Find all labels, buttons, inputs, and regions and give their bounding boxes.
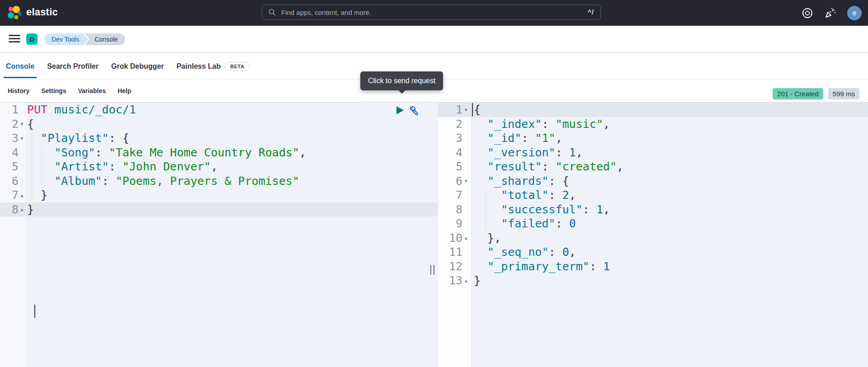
code-line[interactable]: } xyxy=(27,188,434,202)
fold-toggle-icon[interactable]: ▾ xyxy=(462,107,470,113)
gutter-line: 8▴ xyxy=(0,202,26,217)
gutter-line: 12 xyxy=(438,259,472,274)
response-time-badge: 599 ms xyxy=(828,88,859,99)
code-line[interactable]: { xyxy=(27,117,434,132)
request-editor[interactable]: 12▾3▾4567▴8▴ PUT music/_doc/1{ "Playlist… xyxy=(0,103,438,367)
search-shortcut-hint: ^/ xyxy=(588,9,594,16)
response-code[interactable]: { "_index": "music", "_id": "1", "_versi… xyxy=(474,103,868,288)
gutter-line: 4 xyxy=(438,146,472,160)
beta-badge: BETA xyxy=(225,62,250,71)
tab-search-profiler[interactable]: Search Profiler xyxy=(45,53,101,79)
news-party-popper-icon[interactable] xyxy=(824,7,836,19)
code-line[interactable]: } xyxy=(474,273,868,288)
gutter-line: 1▾ xyxy=(438,103,472,117)
code-line[interactable]: "Song": "Take Me Home Country Roads", xyxy=(27,146,434,160)
gutter-line: 5 xyxy=(438,160,472,174)
status-code-badge: 201 - Created xyxy=(773,88,823,99)
breadcrumb-console[interactable]: Console xyxy=(85,33,125,45)
response-status: 201 - Created 599 ms xyxy=(773,88,859,99)
code-line[interactable]: "Album": "Poems, Prayers & Promises" xyxy=(27,174,434,188)
menu-settings[interactable]: Settings xyxy=(41,87,66,94)
brand-name[interactable]: elastic xyxy=(26,6,58,18)
code-line[interactable]: }, xyxy=(474,231,868,245)
gutter-line: 11 xyxy=(438,245,472,259)
gutter-line: 7 xyxy=(438,188,472,202)
code-line[interactable]: "_primary_term": 1 xyxy=(474,259,868,274)
send-request-play-icon[interactable] xyxy=(396,105,405,115)
code-line[interactable]: "total": 2, xyxy=(474,188,868,202)
code-line[interactable]: } xyxy=(27,202,434,217)
gutter-line: 2▾ xyxy=(0,117,26,132)
global-search[interactable]: ^/ xyxy=(262,5,601,20)
code-line[interactable]: PUT music/_doc/1 xyxy=(27,103,434,117)
request-cursor xyxy=(34,305,35,318)
request-options-wrench-icon[interactable] xyxy=(409,105,419,115)
code-line[interactable]: "Playlist": { xyxy=(27,131,434,146)
breadcrumb-dev-tools[interactable]: Dev Tools xyxy=(44,33,88,45)
code-line[interactable]: "_index": "music", xyxy=(474,117,868,132)
fold-toggle-icon[interactable]: ▾ xyxy=(19,135,25,141)
breadcrumb: Dev Tools Console xyxy=(44,33,125,45)
code-line[interactable]: "_seq_no": 0, xyxy=(474,245,868,259)
gutter-line: 4 xyxy=(0,146,26,160)
fold-toggle-icon[interactable]: ▴ xyxy=(462,235,470,241)
console-editor-area: 12▾3▾4567▴8▴ PUT music/_doc/1{ "Playlist… xyxy=(0,102,868,367)
response-cursor xyxy=(472,103,473,116)
gutter-line: 7▴ xyxy=(0,188,26,202)
gutter-line: 8 xyxy=(438,202,472,217)
global-header: elastic ^/ e xyxy=(0,0,868,26)
search-icon xyxy=(269,9,276,16)
gutter-line: 6▾ xyxy=(438,174,472,188)
code-line[interactable]: "failed": 0 xyxy=(474,216,868,231)
gutter-line: 9 xyxy=(438,216,472,231)
fold-toggle-icon[interactable]: ▴ xyxy=(19,192,25,198)
code-line[interactable]: "_id": "1", xyxy=(474,131,868,146)
pane-resize-handle[interactable] xyxy=(430,265,434,275)
gutter-line: 3▾ xyxy=(0,131,26,146)
menu-icon[interactable] xyxy=(9,35,20,43)
gutter-line: 13▴ xyxy=(438,273,472,288)
fold-toggle-icon[interactable]: ▾ xyxy=(19,121,25,127)
user-avatar[interactable]: e xyxy=(847,6,862,20)
code-line[interactable]: "result": "created", xyxy=(474,160,868,174)
send-request-tooltip: Click to send request xyxy=(360,71,443,90)
fold-toggle-icon[interactable]: ▴ xyxy=(462,278,470,284)
space-badge[interactable]: D xyxy=(26,33,38,45)
code-line[interactable]: "_version": 1, xyxy=(474,146,868,160)
fold-toggle-icon[interactable]: ▾ xyxy=(462,178,470,184)
help-icon[interactable] xyxy=(802,7,813,19)
gutter-line: 3 xyxy=(438,131,472,146)
code-line[interactable]: { xyxy=(474,103,868,117)
menu-help[interactable]: Help xyxy=(118,87,131,94)
code-line[interactable]: "_shards": { xyxy=(474,174,868,188)
code-line[interactable]: "Artist": "John Denver", xyxy=(27,160,434,174)
search-input[interactable] xyxy=(280,8,583,17)
menu-variables[interactable]: Variables xyxy=(78,87,106,94)
gutter-line: 1 xyxy=(0,103,26,117)
tab-painless-lab-label: Painless Lab xyxy=(176,62,221,71)
response-gutter: 1▾23456▾78910▴111213▴ xyxy=(438,103,472,288)
elastic-logo-icon[interactable] xyxy=(6,5,23,21)
gutter-line: 2 xyxy=(438,117,472,132)
menu-history[interactable]: History xyxy=(8,87,29,94)
tab-painless-lab[interactable]: Painless Lab BETA xyxy=(174,53,252,79)
tab-grok-debugger[interactable]: Grok Debugger xyxy=(109,53,166,79)
breadcrumb-bar: D Dev Tools Console xyxy=(0,26,868,53)
gutter-line: 6 xyxy=(0,174,26,188)
request-code[interactable]: PUT music/_doc/1{ "Playlist": { "Song": … xyxy=(27,103,434,216)
gutter-line: 10▴ xyxy=(438,231,472,245)
code-line[interactable]: "successful": 1, xyxy=(474,202,868,217)
gutter-line: 5 xyxy=(0,160,26,174)
tab-console[interactable]: Console xyxy=(4,53,37,79)
fold-toggle-icon[interactable]: ▴ xyxy=(19,206,25,212)
request-gutter: 12▾3▾4567▴8▴ xyxy=(0,103,26,216)
